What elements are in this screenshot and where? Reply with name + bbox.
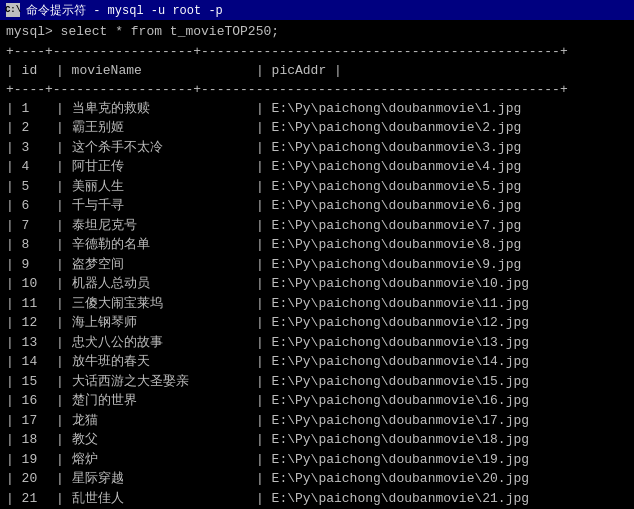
cell-id: | 8 <box>6 235 56 255</box>
cell-pic: | E:\Py\paichong\doubanmovie\11.jpg <box>256 294 628 314</box>
cell-id: | 2 <box>6 118 56 138</box>
table-row: | 4 | 阿甘正传 | E:\Py\paichong\doubanmovie\… <box>6 157 628 177</box>
cell-id: | 19 <box>6 450 56 470</box>
cell-id: | 9 <box>6 255 56 275</box>
header-id: | id <box>6 61 56 81</box>
table-row: | 6 | 千与千寻 | E:\Py\paichong\doubanmovie\… <box>6 196 628 216</box>
table-header: | id | movieName | picAddr | <box>6 61 628 81</box>
cell-id: | 10 <box>6 274 56 294</box>
terminal-icon: C:\ <box>6 3 20 17</box>
cell-name: | 泰坦尼克号 <box>56 216 256 236</box>
table-row: | 19 | 熔炉 | E:\Py\paichong\doubanmovie\1… <box>6 450 628 470</box>
separator-mid: +----+------------------+---------------… <box>6 81 628 99</box>
cell-pic: | E:\Py\paichong\doubanmovie\20.jpg <box>256 469 628 489</box>
table-row: | 10 | 机器人总动员 | E:\Py\paichong\doubanmov… <box>6 274 628 294</box>
cell-id: | 12 <box>6 313 56 333</box>
terminal-window: mysql> select * from t_movieTOP250; +---… <box>0 20 634 509</box>
title-bar: C:\ 命令提示符 - mysql -u root -p <box>0 0 634 20</box>
cell-name: | 星际穿越 <box>56 469 256 489</box>
table-row: | 14 | 放牛班的春天 | E:\Py\paichong\doubanmov… <box>6 352 628 372</box>
cell-pic: | E:\Py\paichong\doubanmovie\17.jpg <box>256 411 628 431</box>
cell-name: | 大话西游之大圣娶亲 <box>56 372 256 392</box>
table-row: | 2 | 霸王别姬 | E:\Py\paichong\doubanmovie\… <box>6 118 628 138</box>
cell-id: | 16 <box>6 391 56 411</box>
table-row: | 16 | 楚门的世界 | E:\Py\paichong\doubanmovi… <box>6 391 628 411</box>
cell-pic: | E:\Py\paichong\doubanmovie\1.jpg <box>256 99 628 119</box>
cell-name: | 龙猫 <box>56 411 256 431</box>
cell-id: | 11 <box>6 294 56 314</box>
table-row: | 21 | 乱世佳人 | E:\Py\paichong\doubanmovie… <box>6 489 628 509</box>
table-row: | 8 | 辛德勒的名单 | E:\Py\paichong\doubanmovi… <box>6 235 628 255</box>
cell-name: | 放牛班的春天 <box>56 352 256 372</box>
cell-id: | 3 <box>6 138 56 158</box>
cell-pic: | E:\Py\paichong\doubanmovie\14.jpg <box>256 352 628 372</box>
cell-pic: | E:\Py\paichong\doubanmovie\13.jpg <box>256 333 628 353</box>
header-name: | movieName <box>56 61 256 81</box>
cell-id: | 6 <box>6 196 56 216</box>
cell-id: | 15 <box>6 372 56 392</box>
cell-pic: | E:\Py\paichong\doubanmovie\4.jpg <box>256 157 628 177</box>
table-row: | 9 | 盗梦空间 | E:\Py\paichong\doubanmovie\… <box>6 255 628 275</box>
table-row: | 20 | 星际穿越 | E:\Py\paichong\doubanmovie… <box>6 469 628 489</box>
cell-name: | 当卑克的救赎 <box>56 99 256 119</box>
table-rows: | 1 | 当卑克的救赎 | E:\Py\paichong\doubanmovi… <box>6 99 628 509</box>
cell-name: | 美丽人生 <box>56 177 256 197</box>
cell-id: | 18 <box>6 430 56 450</box>
cell-name: | 这个杀手不太冷 <box>56 138 256 158</box>
table-row: | 18 | 教父 | E:\Py\paichong\doubanmovie\1… <box>6 430 628 450</box>
cell-name: | 海上钢琴师 <box>56 313 256 333</box>
cell-name: | 霸王别姬 <box>56 118 256 138</box>
cell-pic: | E:\Py\paichong\doubanmovie\7.jpg <box>256 216 628 236</box>
cell-pic: | E:\Py\paichong\doubanmovie\15.jpg <box>256 372 628 392</box>
cell-name: | 阿甘正传 <box>56 157 256 177</box>
cell-id: | 5 <box>6 177 56 197</box>
header-pic: | picAddr | <box>256 61 628 81</box>
cell-id: | 1 <box>6 99 56 119</box>
cell-pic: | E:\Py\paichong\doubanmovie\10.jpg <box>256 274 628 294</box>
cell-pic: | E:\Py\paichong\doubanmovie\16.jpg <box>256 391 628 411</box>
cell-name: | 三傻大闹宝莱坞 <box>56 294 256 314</box>
cell-id: | 21 <box>6 489 56 509</box>
cell-pic: | E:\Py\paichong\doubanmovie\5.jpg <box>256 177 628 197</box>
table-container: +----+------------------+---------------… <box>6 43 628 509</box>
cell-name: | 楚门的世界 <box>56 391 256 411</box>
cell-name: | 忠犬八公的故事 <box>56 333 256 353</box>
cell-pic: | E:\Py\paichong\doubanmovie\3.jpg <box>256 138 628 158</box>
cell-id: | 20 <box>6 469 56 489</box>
cell-pic: | E:\Py\paichong\doubanmovie\2.jpg <box>256 118 628 138</box>
table-row: | 12 | 海上钢琴师 | E:\Py\paichong\doubanmovi… <box>6 313 628 333</box>
prompt-line: mysql> select * from t_movieTOP250; <box>6 24 628 39</box>
cell-pic: | E:\Py\paichong\doubanmovie\18.jpg <box>256 430 628 450</box>
cell-pic: | E:\Py\paichong\doubanmovie\9.jpg <box>256 255 628 275</box>
cell-name: | 盗梦空间 <box>56 255 256 275</box>
table-row: | 15 | 大话西游之大圣娶亲 | E:\Py\paichong\douban… <box>6 372 628 392</box>
cell-id: | 4 <box>6 157 56 177</box>
cell-id: | 13 <box>6 333 56 353</box>
cell-id: | 7 <box>6 216 56 236</box>
cell-pic: | E:\Py\paichong\doubanmovie\21.jpg <box>256 489 628 509</box>
table-row: | 13 | 忠犬八公的故事 | E:\Py\paichong\doubanmo… <box>6 333 628 353</box>
table-row: | 11 | 三傻大闹宝莱坞 | E:\Py\paichong\doubanmo… <box>6 294 628 314</box>
cell-name: | 辛德勒的名单 <box>56 235 256 255</box>
cell-pic: | E:\Py\paichong\doubanmovie\8.jpg <box>256 235 628 255</box>
cell-id: | 17 <box>6 411 56 431</box>
cell-pic: | E:\Py\paichong\doubanmovie\19.jpg <box>256 450 628 470</box>
table-row: | 7 | 泰坦尼克号 | E:\Py\paichong\doubanmovie… <box>6 216 628 236</box>
cell-name: | 千与千寻 <box>56 196 256 216</box>
table-row: | 17 | 龙猫 | E:\Py\paichong\doubanmovie\1… <box>6 411 628 431</box>
title-bar-label: 命令提示符 - mysql -u root -p <box>26 2 223 19</box>
cell-id: | 14 <box>6 352 56 372</box>
cell-pic: | E:\Py\paichong\doubanmovie\6.jpg <box>256 196 628 216</box>
cell-pic: | E:\Py\paichong\doubanmovie\12.jpg <box>256 313 628 333</box>
table-row: | 3 | 这个杀手不太冷 | E:\Py\paichong\doubanmov… <box>6 138 628 158</box>
cell-name: | 乱世佳人 <box>56 489 256 509</box>
table-row: | 1 | 当卑克的救赎 | E:\Py\paichong\doubanmovi… <box>6 99 628 119</box>
cell-name: | 熔炉 <box>56 450 256 470</box>
table-row: | 5 | 美丽人生 | E:\Py\paichong\doubanmovie\… <box>6 177 628 197</box>
cell-name: | 机器人总动员 <box>56 274 256 294</box>
separator-top: +----+------------------+---------------… <box>6 43 628 61</box>
cell-name: | 教父 <box>56 430 256 450</box>
